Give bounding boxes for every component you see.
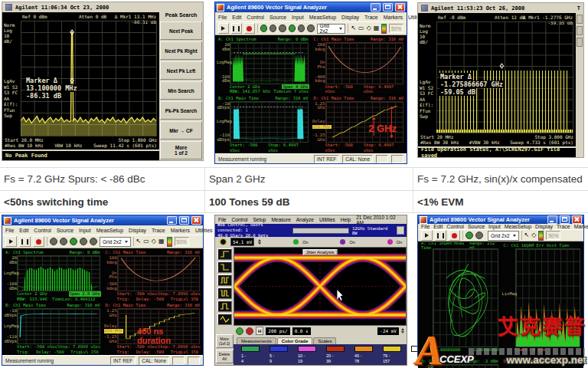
menu-file[interactable]: File: [218, 217, 226, 222]
menu-display[interactable]: Display: [341, 15, 359, 20]
tool-icon[interactable]: [270, 25, 276, 32]
menu-source[interactable]: Source: [270, 15, 286, 20]
marker-tool-icon[interactable]: ◇: [152, 238, 156, 245]
softkey-min-search[interactable]: Min Search: [160, 81, 202, 100]
restart-icon[interactable]: [260, 25, 267, 32]
timebase-value[interactable]: 200 ps/: [266, 327, 289, 335]
menu-display[interactable]: Display: [129, 228, 146, 233]
tool-icon[interactable]: [307, 25, 314, 32]
pause-button[interactable]: [19, 236, 31, 247]
record-button[interactable]: [449, 230, 460, 241]
maximize-button[interactable]: [560, 215, 570, 224]
minimize-button[interactable]: [371, 3, 381, 12]
record-button[interactable]: [33, 236, 44, 247]
tool-icon[interactable]: [279, 25, 286, 32]
zoom-rect-tool-icon[interactable]: ▭: [358, 25, 364, 31]
channel-1-icon[interactable]: [220, 238, 227, 245]
menu-control[interactable]: Control: [247, 15, 264, 20]
record-button[interactable]: [244, 23, 255, 34]
collapse-button[interactable]: [397, 226, 404, 235]
waveform-icon[interactable]: [217, 314, 232, 325]
menu-file[interactable]: File: [421, 224, 430, 229]
menu-markers[interactable]: Markers: [384, 15, 403, 20]
minimize-button[interactable]: [167, 216, 177, 225]
softkey-pk-pk-search[interactable]: Pk-Pk Search: [160, 101, 202, 120]
grid-layout-select[interactable]: Grid 2x2: [488, 231, 519, 241]
tool-icon[interactable]: [60, 238, 67, 245]
menu-trace[interactable]: Trace: [557, 224, 570, 229]
tab-color-grade[interactable]: Color Grade: [277, 337, 313, 344]
menu-edit[interactable]: Edit: [232, 15, 241, 20]
trigger-level-value[interactable]: -24 mV: [377, 327, 399, 335]
menu-edit[interactable]: Edit: [433, 224, 443, 229]
restart-icon[interactable]: [70, 238, 77, 245]
menu-input[interactable]: Input: [79, 228, 91, 233]
run-button[interactable]: [236, 327, 243, 335]
grid-layout-select[interactable]: Grid 2x2: [100, 237, 131, 247]
softkey-next-pk-left[interactable]: Next Pk Left: [160, 61, 202, 80]
menu-trace[interactable]: Trace: [364, 15, 378, 20]
restart-icon[interactable]: [466, 232, 473, 239]
tab-measurements[interactable]: Measurements: [237, 337, 276, 344]
zoom-rect-tool-icon[interactable]: ▭: [143, 238, 149, 245]
stop-button[interactable]: [246, 327, 253, 335]
marker-tool-icon[interactable]: ◇: [367, 25, 371, 31]
tool-icon[interactable]: [50, 238, 57, 245]
menu-control[interactable]: Control: [446, 224, 464, 229]
grid-layout-select[interactable]: Grid 2x2: [317, 24, 346, 34]
menu-control[interactable]: Control: [231, 217, 247, 222]
tab-scales[interactable]: Scales: [313, 337, 336, 344]
maximize-button[interactable]: [179, 216, 189, 225]
tool-icon[interactable]: [90, 238, 97, 245]
minimize-button[interactable]: [547, 215, 557, 224]
waveform-icon[interactable]: [217, 288, 232, 299]
tool-icon[interactable]: [298, 25, 305, 32]
waveform-icon[interactable]: [217, 301, 232, 312]
menu-file[interactable]: File: [5, 228, 14, 233]
menu-trace[interactable]: Trace: [152, 228, 165, 233]
menu-input[interactable]: Input: [292, 15, 304, 20]
menu-analyze[interactable]: Analyze: [296, 217, 314, 222]
trigger-stepper[interactable]: [401, 328, 404, 334]
play-button[interactable]: [5, 236, 17, 247]
grid-tool-icon[interactable]: ▦: [374, 25, 380, 31]
menu-edit[interactable]: Edit: [19, 228, 28, 233]
menu-meassetup[interactable]: MeasSetup: [505, 224, 531, 229]
menu-meassetup[interactable]: MeasSetup: [96, 228, 123, 233]
channel-4-icon[interactable]: [387, 239, 393, 245]
pointer-tool-icon[interactable]: ↖: [524, 232, 530, 238]
menu-meassetup[interactable]: MeasSetup: [309, 15, 336, 20]
close-button[interactable]: [572, 215, 582, 224]
menu-markers[interactable]: Markers: [171, 228, 190, 233]
jitter-analysis-button[interactable]: Jitter Analysis: [303, 249, 338, 255]
menu-markers[interactable]: Markers: [574, 224, 588, 229]
tool-icon[interactable]: [475, 232, 483, 239]
pointer-tool-icon[interactable]: ↖: [351, 25, 356, 31]
pointer-tool-icon[interactable]: ↖: [136, 238, 142, 245]
menu-help[interactable]: Help: [341, 217, 351, 222]
menu-control[interactable]: Control: [34, 228, 51, 233]
pause-button[interactable]: [435, 230, 446, 241]
play-button[interactable]: [218, 23, 229, 34]
channel-1-scale-input[interactable]: 54.1 mV: [230, 238, 254, 246]
menu-display[interactable]: Display: [535, 224, 553, 229]
grid-tool-icon[interactable]: ▦: [158, 238, 165, 245]
waveform-icon[interactable]: [217, 274, 232, 286]
delay-value[interactable]: 0.0 s: [292, 327, 311, 335]
close-button[interactable]: [395, 3, 405, 12]
menu-source[interactable]: Source: [468, 224, 485, 229]
close-button[interactable]: [191, 216, 201, 225]
tool-icon[interactable]: [289, 25, 296, 32]
menu-measure[interactable]: Measure: [271, 217, 290, 222]
channel-3-icon[interactable]: [340, 239, 345, 245]
softkey-next-peak[interactable]: Next Peak: [160, 21, 202, 40]
menu-utilities[interactable]: Utilities: [319, 217, 335, 222]
channel-1-stepper[interactable]: [258, 239, 261, 245]
softkey-mkr-to-cf[interactable]: Mkr → CF: [160, 121, 202, 140]
marker-tool-icon[interactable]: ◇: [531, 232, 536, 238]
waveform-icon[interactable]: [217, 248, 232, 260]
softkey-next-pk-right[interactable]: Next Pk Right: [160, 41, 202, 60]
menu-file[interactable]: File: [218, 15, 227, 20]
delete-all-button[interactable]: DeleteAll: [216, 350, 234, 363]
channel-2-icon[interactable]: [293, 239, 299, 245]
